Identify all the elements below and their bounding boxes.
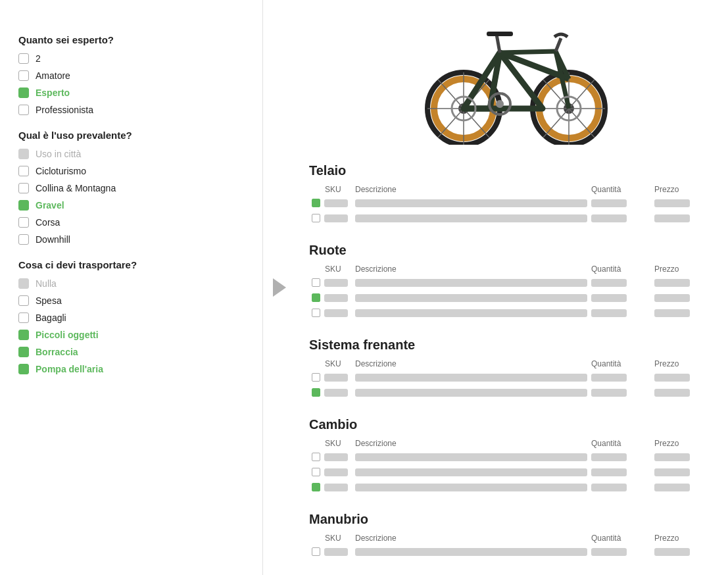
filter-label-borraccia: Borraccia	[36, 347, 78, 357]
checkbox-piccoli-oggetti[interactable]	[18, 330, 29, 340]
filter-label-cicloturismo: Cicloturismo	[36, 166, 86, 176]
row-checkbox[interactable]	[312, 547, 320, 556]
filter-item-amatore[interactable]: Amatore	[18, 70, 244, 81]
checkbox-cicloturismo[interactable]	[18, 166, 29, 176]
section-title-expertise: Quanto sei esperto?	[18, 34, 244, 45]
filter-item-spesa[interactable]: Spesa	[18, 295, 244, 306]
product-section-ruote: RuoteSKUDescrizioneQuantitàPrezzo	[309, 243, 710, 319]
filter-item-downhill[interactable]: Downhill	[18, 234, 244, 245]
table-row[interactable]	[309, 545, 710, 558]
desc-bar	[355, 309, 587, 317]
filter-item-piccoli-oggetti[interactable]: Piccoli oggetti	[18, 330, 244, 340]
sku-bar	[324, 484, 348, 491]
row-checkbox[interactable]	[312, 293, 320, 302]
table-row[interactable]	[309, 197, 710, 209]
table-row[interactable]	[309, 451, 710, 463]
col-header-sku: SKU	[312, 439, 351, 448]
col-header-quantità: Quantità	[591, 185, 650, 194]
qty-bar	[591, 484, 627, 491]
table-row[interactable]	[309, 291, 710, 304]
qty-bar	[591, 309, 627, 317]
row-checkbox[interactable]	[312, 214, 320, 222]
filter-label-downhill: Downhill	[36, 234, 70, 245]
col-header-descrizione: Descrizione	[355, 264, 587, 274]
table-row[interactable]	[309, 212, 710, 224]
checkbox-spesa[interactable]	[18, 295, 29, 306]
filter-item-bagagli[interactable]: Bagagli	[18, 312, 244, 323]
checkbox-gravel[interactable]	[18, 200, 29, 211]
filter-item-borraccia[interactable]: Borraccia	[18, 347, 244, 357]
sku-cell	[312, 468, 351, 476]
price-bar	[654, 294, 690, 302]
row-checkbox[interactable]	[312, 373, 320, 382]
price-bar	[654, 453, 690, 461]
filter-item-nulla[interactable]: Nulla	[18, 278, 244, 289]
filter-item-collina-montagna[interactable]: Collina & Montagna	[18, 183, 244, 193]
filter-item-professionista[interactable]: Professionista	[18, 105, 244, 115]
col-header-prezzo: Prezzo	[654, 264, 707, 274]
filter-item-2[interactable]: 2	[18, 53, 244, 64]
filter-item-gravel[interactable]: Gravel	[18, 200, 244, 211]
filter-item-esperto[interactable]: Esperto	[18, 88, 244, 98]
svg-line-23	[556, 38, 561, 51]
row-checkbox[interactable]	[312, 388, 320, 397]
divider	[263, 0, 296, 575]
checkbox-2[interactable]	[18, 53, 29, 64]
checkbox-borraccia[interactable]	[18, 347, 29, 357]
table-header-ruote: SKUDescrizioneQuantitàPrezzo	[309, 264, 710, 274]
row-checkbox[interactable]	[312, 278, 320, 287]
table-row[interactable]	[309, 386, 710, 399]
filter-label-2: 2	[36, 53, 41, 64]
row-checkbox[interactable]	[312, 309, 320, 317]
checkbox-collina-montagna[interactable]	[18, 183, 29, 193]
price-bar	[654, 214, 690, 222]
sku-bar	[324, 279, 348, 287]
filter-group-trasporto: Cosa ci devi trasportare?NullaSpesaBagag…	[18, 259, 244, 374]
row-checkbox[interactable]	[312, 199, 320, 207]
desc-bar	[355, 548, 587, 556]
checkbox-corsa[interactable]	[18, 217, 29, 228]
table-row[interactable]	[309, 276, 710, 289]
qty-bar	[591, 279, 627, 287]
col-header-sku: SKU	[312, 359, 351, 368]
filter-item-corsa[interactable]: Corsa	[18, 217, 244, 228]
sku-cell	[312, 278, 351, 287]
table-row[interactable]	[309, 466, 710, 478]
row-checkbox[interactable]	[312, 483, 320, 491]
col-header-quantità: Quantità	[591, 534, 650, 543]
col-header-sku: SKU	[312, 185, 351, 194]
product-section-sistema-frenante: Sistema frenanteSKUDescrizioneQuantitàPr…	[309, 338, 710, 399]
filter-item-cicloturismo[interactable]: Cicloturismo	[18, 166, 244, 176]
table-row[interactable]	[309, 481, 710, 493]
checkbox-professionista[interactable]	[18, 105, 29, 115]
table-row[interactable]	[309, 307, 710, 319]
row-checkbox[interactable]	[312, 453, 320, 461]
row-checkbox[interactable]	[312, 468, 320, 476]
checkbox-nulla[interactable]	[18, 278, 29, 289]
product-section-cambio: CambioSKUDescrizioneQuantitàPrezzo	[309, 417, 710, 493]
checkbox-bagagli[interactable]	[18, 312, 29, 323]
filter-item-pompa-aria[interactable]: Pompa dell'aria	[18, 364, 244, 374]
price-bar	[654, 389, 690, 397]
checkbox-pompa-aria[interactable]	[18, 364, 29, 374]
checkbox-uso-citta[interactable]	[18, 149, 29, 159]
filter-label-pompa-aria: Pompa dell'aria	[36, 364, 103, 374]
price-bar	[654, 279, 690, 287]
product-title-telaio: Telaio	[309, 163, 710, 178]
sku-bar	[324, 374, 348, 382]
checkbox-downhill[interactable]	[18, 234, 29, 245]
col-header-prezzo: Prezzo	[654, 439, 707, 448]
table-row[interactable]	[309, 371, 710, 384]
sku-bar	[324, 214, 348, 222]
checkbox-esperto[interactable]	[18, 88, 29, 98]
checkbox-amatore[interactable]	[18, 70, 29, 81]
desc-bar	[355, 214, 587, 222]
product-title-sistema-frenante: Sistema frenante	[309, 338, 710, 353]
col-header-descrizione: Descrizione	[355, 534, 587, 543]
desc-bar	[355, 453, 587, 461]
filter-item-uso-citta[interactable]: Uso in città	[18, 149, 244, 159]
col-header-sku: SKU	[312, 534, 351, 543]
col-header-prezzo: Prezzo	[654, 534, 707, 543]
sku-bar	[324, 453, 348, 461]
col-header-descrizione: Descrizione	[355, 439, 587, 448]
